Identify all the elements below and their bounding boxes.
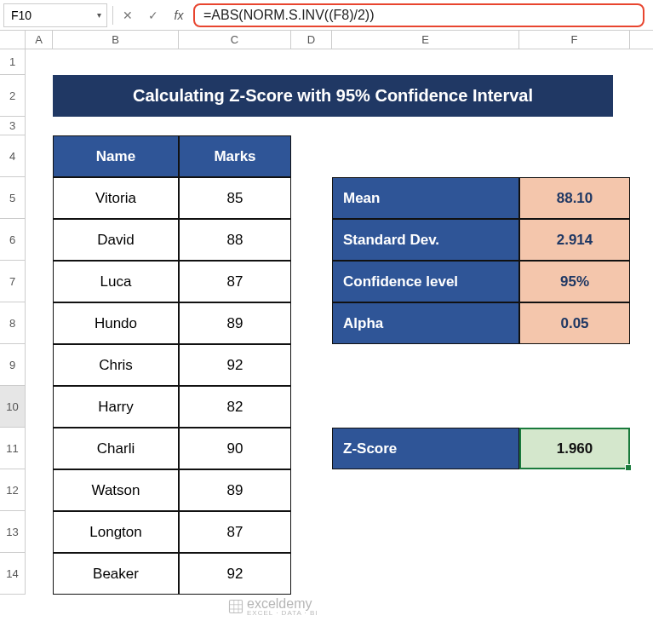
- cell-marks[interactable]: 92: [179, 344, 291, 386]
- cell-name[interactable]: Harry: [53, 386, 179, 428]
- cell-marks[interactable]: 89: [179, 469, 291, 511]
- selection-handle[interactable]: [625, 464, 632, 471]
- watermark: exceldemy EXCEL · DATA · BI: [228, 596, 318, 617]
- table-row: Chris 92: [53, 344, 291, 386]
- name-box[interactable]: F10 ▾: [3, 3, 107, 27]
- row-header-1[interactable]: 1: [0, 49, 26, 75]
- divider: [112, 6, 113, 25]
- formula-bar: F10 ▾ ✕ ✓ fx =ABS(NORM.S.INV((F8)/2)): [0, 0, 653, 31]
- cell-name[interactable]: Charli: [53, 428, 179, 469]
- zscore-value-cell[interactable]: 1.960: [519, 428, 630, 469]
- cell-name[interactable]: Hundo: [53, 302, 179, 344]
- table-row: Harry 82: [53, 386, 291, 428]
- cell-marks[interactable]: 90: [179, 428, 291, 469]
- table-row: Beaker 92: [53, 553, 291, 595]
- col-header-B[interactable]: B: [53, 31, 179, 49]
- spreadsheet-icon: [228, 599, 243, 614]
- table-row: Hundo 89: [53, 302, 291, 344]
- watermark-tagline: EXCEL · DATA · BI: [247, 609, 318, 617]
- check-icon[interactable]: ✓: [144, 6, 163, 25]
- table-row: Charli 90: [53, 428, 291, 469]
- table-header-marks: Marks: [179, 135, 291, 177]
- stat-value[interactable]: 0.05: [519, 302, 630, 344]
- cell-marks[interactable]: 88: [179, 219, 291, 261]
- cell-name[interactable]: Luca: [53, 261, 179, 302]
- cell-marks[interactable]: 82: [179, 386, 291, 428]
- chevron-down-icon[interactable]: ▾: [97, 10, 101, 20]
- cell-marks[interactable]: 89: [179, 302, 291, 344]
- stats-table: Mean 88.10 Standard Dev. 2.914 Confidenc…: [332, 177, 630, 344]
- cell-name[interactable]: Watson: [53, 469, 179, 511]
- column-headers: A B C D E F: [0, 31, 653, 49]
- cell-marks[interactable]: 85: [179, 177, 291, 219]
- stat-label: Standard Dev.: [332, 219, 519, 261]
- col-header-A[interactable]: A: [26, 31, 53, 49]
- cell-name[interactable]: Longton: [53, 511, 179, 553]
- table-row: Watson 89: [53, 469, 291, 511]
- cells-area[interactable]: Calculating Z-Score with 95% Confidence …: [26, 49, 653, 595]
- zscore-label: Z-Score: [332, 428, 519, 469]
- table-row: Longton 87: [53, 511, 291, 553]
- row-header-2[interactable]: 2: [0, 75, 26, 117]
- stat-row-stddev: Standard Dev. 2.914: [332, 219, 630, 261]
- col-header-C[interactable]: C: [179, 31, 291, 49]
- page-title: Calculating Z-Score with 95% Confidence …: [53, 75, 613, 117]
- formula-bar-buttons: ✕ ✓ fx: [118, 6, 188, 25]
- zscore-value: 1.960: [557, 440, 593, 457]
- cell-marks[interactable]: 92: [179, 553, 291, 595]
- row-header-7[interactable]: 7: [0, 261, 26, 302]
- spreadsheet-grid: A B C D E F 1 2 3 4 5 6 7 8 9 10 11 12 1…: [0, 31, 653, 644]
- select-all-corner[interactable]: [0, 31, 26, 49]
- stat-value[interactable]: 88.10: [519, 177, 630, 219]
- cell-marks[interactable]: 87: [179, 511, 291, 553]
- stat-value[interactable]: 95%: [519, 261, 630, 302]
- fx-icon[interactable]: fx: [169, 6, 188, 25]
- row-header-13[interactable]: 13: [0, 511, 26, 553]
- formula-text: =ABS(NORM.S.INV((F8)/2)): [203, 8, 374, 23]
- stat-label: Mean: [332, 177, 519, 219]
- cancel-icon[interactable]: ✕: [118, 6, 137, 25]
- row-header-10[interactable]: 10: [0, 386, 26, 428]
- row-headers: 1 2 3 4 5 6 7 8 9 10 11 12 13 14: [0, 49, 26, 595]
- cell-name[interactable]: Beaker: [53, 553, 179, 595]
- table-row: Vitoria 85: [53, 177, 291, 219]
- row-header-14[interactable]: 14: [0, 553, 26, 595]
- cell-name[interactable]: David: [53, 219, 179, 261]
- row-header-8[interactable]: 8: [0, 302, 26, 344]
- row-header-5[interactable]: 5: [0, 177, 26, 219]
- row-header-3[interactable]: 3: [0, 117, 26, 135]
- col-header-D[interactable]: D: [291, 31, 332, 49]
- cell-name[interactable]: Vitoria: [53, 177, 179, 219]
- table-row: David 88: [53, 219, 291, 261]
- cell-marks[interactable]: 87: [179, 261, 291, 302]
- stat-row-alpha: Alpha 0.05: [332, 302, 630, 344]
- row-header-11[interactable]: 11: [0, 428, 26, 469]
- row-header-9[interactable]: 9: [0, 344, 26, 386]
- stat-label: Alpha: [332, 302, 519, 344]
- stat-label: Confidence level: [332, 261, 519, 302]
- row-header-4[interactable]: 4: [0, 135, 26, 177]
- stat-value[interactable]: 2.914: [519, 219, 630, 261]
- table-row: Luca 87: [53, 261, 291, 302]
- cell-name[interactable]: Chris: [53, 344, 179, 386]
- col-header-F[interactable]: F: [519, 31, 630, 49]
- zscore-result: Z-Score 1.960: [332, 428, 630, 469]
- stat-row-confidence: Confidence level 95%: [332, 261, 630, 302]
- formula-input[interactable]: =ABS(NORM.S.INV((F8)/2)): [193, 3, 644, 27]
- svg-rect-0: [230, 601, 243, 613]
- row-header-6[interactable]: 6: [0, 219, 26, 261]
- table-header-name: Name: [53, 135, 179, 177]
- row-header-12[interactable]: 12: [0, 469, 26, 511]
- data-table: Name Marks Vitoria 85 David 88 Luca 87 H…: [53, 135, 291, 595]
- col-header-E[interactable]: E: [332, 31, 519, 49]
- stat-row-mean: Mean 88.10: [332, 177, 630, 219]
- name-box-value: F10: [11, 9, 32, 22]
